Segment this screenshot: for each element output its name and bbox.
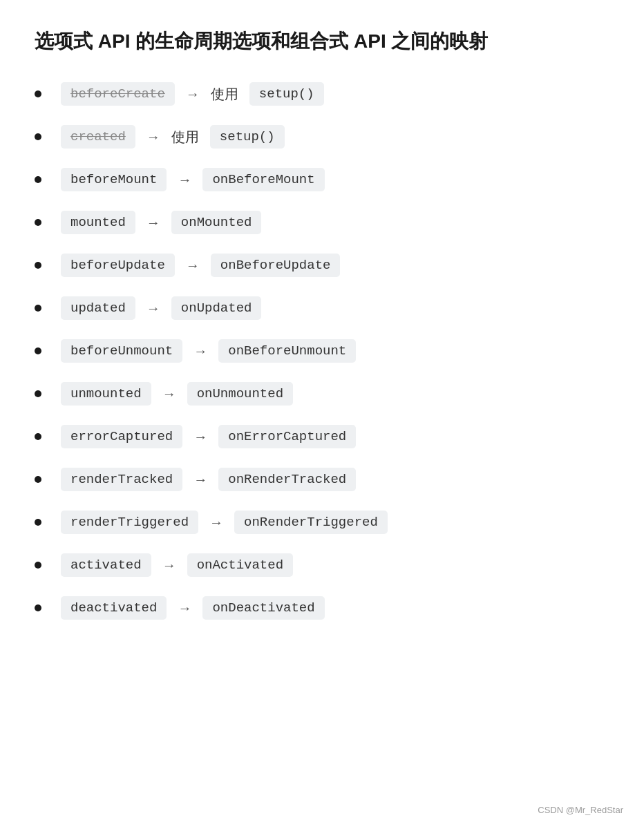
options-api-hook: created	[61, 125, 135, 149]
composition-api-hook: onBeforeMount	[202, 168, 324, 191]
item-content: renderTracked→onRenderTracked	[61, 468, 356, 491]
bullet-icon	[35, 176, 41, 183]
bullet-icon	[35, 90, 41, 97]
arrow-icon: →	[193, 343, 207, 359]
list-item: mounted→onMounted	[35, 211, 609, 234]
list-item: beforeMount→onBeforeMount	[35, 168, 609, 191]
arrow-icon: →	[193, 429, 207, 445]
options-api-hook: renderTriggered	[61, 511, 198, 534]
bullet-icon	[35, 433, 41, 440]
options-api-hook: beforeUnmount	[61, 339, 182, 363]
composition-api-hook: onBeforeUnmount	[218, 339, 356, 363]
composition-api-hook: setup()	[210, 125, 285, 149]
options-api-hook: updated	[61, 296, 135, 320]
composition-api-hook: setup()	[249, 82, 324, 106]
arrow-icon: →	[178, 172, 191, 188]
lifecycle-list: beforeCreate→使用setup()created→使用setup()b…	[35, 82, 609, 620]
bullet-icon	[35, 604, 41, 611]
options-api-hook: mounted	[61, 211, 135, 234]
bullet-icon	[35, 305, 41, 312]
arrow-icon: →	[209, 515, 223, 531]
item-content: created→使用setup()	[61, 125, 285, 149]
arrow-icon: →	[162, 386, 176, 402]
arrow-icon: →	[186, 258, 200, 274]
page-title: 选项式 API 的生命周期选项和组合式 API 之间的映射	[35, 28, 609, 55]
bullet-icon	[35, 133, 41, 140]
bullet-icon	[35, 219, 41, 226]
options-api-hook: deactivated	[61, 596, 167, 620]
bullet-icon	[35, 347, 41, 354]
list-item: errorCaptured→onErrorCaptured	[35, 425, 609, 448]
list-item: beforeCreate→使用setup()	[35, 82, 609, 106]
list-item: beforeUpdate→onBeforeUpdate	[35, 254, 609, 277]
middle-text: 使用	[171, 128, 199, 146]
arrow-icon: →	[146, 215, 160, 231]
composition-api-hook: onUpdated	[171, 296, 262, 320]
composition-api-hook: onDeactivated	[202, 596, 324, 620]
bullet-icon	[35, 262, 41, 269]
composition-api-hook: onBeforeUpdate	[211, 254, 341, 277]
composition-api-hook: onActivated	[187, 553, 293, 577]
arrow-icon: →	[193, 472, 207, 488]
composition-api-hook: onMounted	[171, 211, 262, 234]
options-api-hook: unmounted	[61, 382, 151, 406]
options-api-hook: beforeMount	[61, 168, 167, 191]
item-content: deactivated→onDeactivated	[61, 596, 325, 620]
arrow-icon: →	[162, 558, 176, 573]
list-item: activated→onActivated	[35, 553, 609, 577]
bullet-icon	[35, 562, 41, 569]
list-item: renderTriggered→onRenderTriggered	[35, 511, 609, 534]
options-api-hook: renderTracked	[61, 468, 182, 491]
arrow-icon: →	[186, 86, 200, 102]
item-content: beforeMount→onBeforeMount	[61, 168, 325, 191]
list-item: deactivated→onDeactivated	[35, 596, 609, 620]
item-content: renderTriggered→onRenderTriggered	[61, 511, 388, 534]
arrow-icon: →	[146, 129, 160, 145]
item-content: beforeCreate→使用setup()	[61, 82, 324, 106]
composition-api-hook: onRenderTriggered	[234, 511, 388, 534]
bullet-icon	[35, 476, 41, 483]
item-content: beforeUnmount→onBeforeUnmount	[61, 339, 356, 363]
list-item: unmounted→onUnmounted	[35, 382, 609, 406]
arrow-icon: →	[178, 600, 191, 616]
bullet-icon	[35, 519, 41, 526]
item-content: beforeUpdate→onBeforeUpdate	[61, 254, 340, 277]
item-content: mounted→onMounted	[61, 211, 261, 234]
arrow-icon: →	[146, 301, 160, 316]
composition-api-hook: onErrorCaptured	[218, 425, 356, 448]
item-content: updated→onUpdated	[61, 296, 261, 320]
options-api-hook: errorCaptured	[61, 425, 182, 448]
options-api-hook: beforeUpdate	[61, 254, 175, 277]
list-item: created→使用setup()	[35, 125, 609, 149]
options-api-hook: beforeCreate	[61, 82, 175, 106]
options-api-hook: activated	[61, 553, 151, 577]
item-content: unmounted→onUnmounted	[61, 382, 293, 406]
list-item: renderTracked→onRenderTracked	[35, 468, 609, 491]
item-content: errorCaptured→onErrorCaptured	[61, 425, 356, 448]
composition-api-hook: onRenderTracked	[218, 468, 356, 491]
item-content: activated→onActivated	[61, 553, 293, 577]
composition-api-hook: onUnmounted	[187, 382, 293, 406]
middle-text: 使用	[211, 85, 238, 104]
watermark: CSDN @Mr_RedStar	[538, 805, 623, 815]
list-item: beforeUnmount→onBeforeUnmount	[35, 339, 609, 363]
list-item: updated→onUpdated	[35, 296, 609, 320]
bullet-icon	[35, 390, 41, 397]
